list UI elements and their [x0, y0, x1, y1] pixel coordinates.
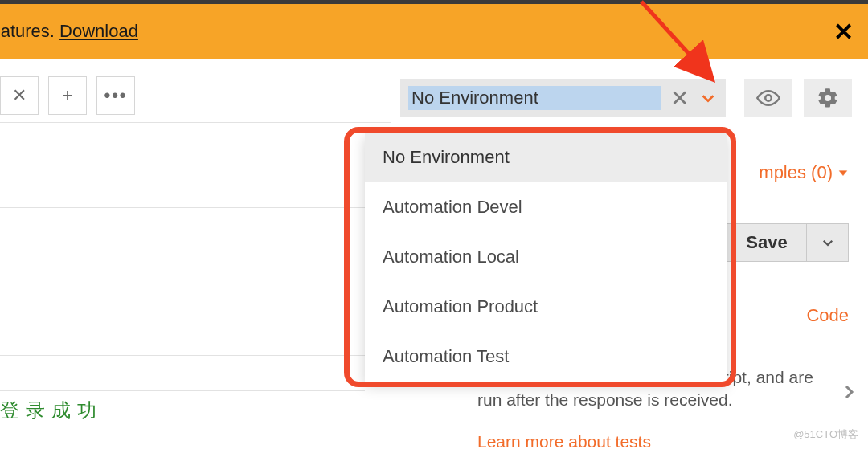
response-result-text: 登录成功 — [0, 398, 103, 423]
environment-dropdown: No Environment Automation Devel Automati… — [365, 133, 727, 382]
svg-marker-3 — [839, 171, 846, 176]
svg-point-0 — [765, 95, 772, 101]
new-tab-button[interactable]: + — [48, 76, 87, 115]
examples-label: mples (0) — [759, 162, 833, 183]
code-link[interactable]: Code — [806, 305, 849, 326]
close-tab-button[interactable]: ✕ — [0, 76, 39, 115]
learn-more-link[interactable]: Learn more about tests — [477, 432, 651, 451]
divider — [0, 122, 391, 123]
banner-text: e features. Download — [0, 21, 138, 42]
more-tabs-button[interactable]: ••• — [96, 76, 135, 115]
examples-dropdown[interactable]: mples (0) — [759, 162, 849, 183]
divider — [0, 207, 365, 208]
environment-selected-label: No Environment — [408, 86, 661, 110]
banner-prefix: e features. — [0, 21, 59, 41]
save-button[interactable]: Save — [727, 223, 807, 262]
download-link[interactable]: Download — [59, 21, 138, 41]
chevron-right-icon[interactable] — [839, 382, 858, 405]
settings-button[interactable] — [804, 79, 852, 117]
chevron-down-icon[interactable] — [698, 88, 718, 108]
info-line3: received. — [664, 390, 732, 409]
tab-actions: ✕ + ••• — [0, 76, 135, 115]
environment-quicklook-button[interactable] — [744, 79, 792, 117]
environment-selector[interactable]: No Environment ✕ — [400, 79, 726, 117]
watermark-text: @51CTO博客 — [793, 427, 858, 442]
dropdown-item[interactable]: Automation Devel — [365, 182, 727, 232]
divider — [0, 355, 365, 356]
save-button-group: Save — [727, 223, 849, 262]
dropdown-item[interactable]: No Environment — [365, 133, 727, 182]
close-icon[interactable]: ✕ — [833, 18, 854, 46]
clear-icon[interactable]: ✕ — [661, 85, 698, 112]
dropdown-item[interactable]: Automation Product — [365, 282, 727, 332]
divider — [0, 390, 365, 391]
dropdown-item[interactable]: Automation Test — [365, 332, 727, 382]
dropdown-item[interactable]: Automation Local — [365, 232, 727, 282]
update-banner: e features. Download ✕ — [0, 4, 868, 59]
save-options-button[interactable] — [807, 223, 849, 262]
